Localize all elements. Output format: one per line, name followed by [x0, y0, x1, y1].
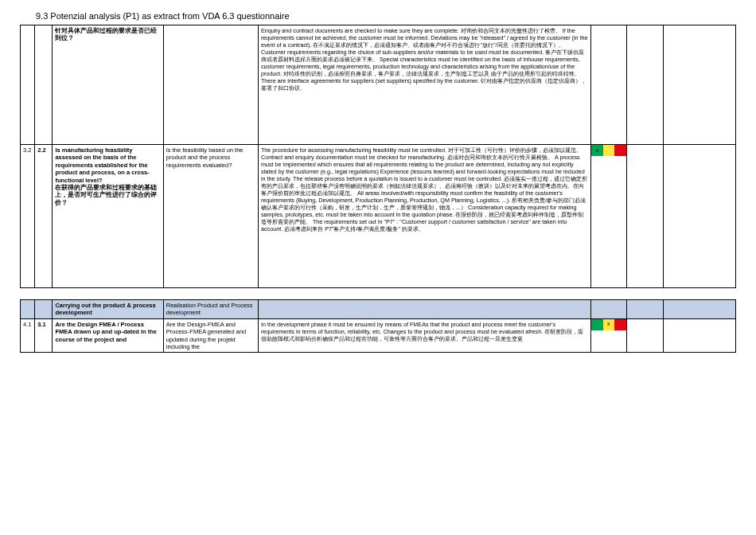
- row-subindex: 3.1: [35, 318, 53, 353]
- section-header-q: Carrying out the product & process devel…: [53, 300, 163, 319]
- page-title: 9.3 Potenzial analysis (P1) as extract f…: [36, 11, 736, 21]
- status-cell: x: [591, 318, 626, 353]
- status-green: [591, 319, 602, 330]
- question-cell: Are the Design FMEA / Process FMEA drawn…: [53, 318, 163, 353]
- table-row: 3.2 2.2 Is manufacturing feasibility ass…: [21, 145, 736, 288]
- status-green: x: [591, 145, 602, 156]
- table-row: 4.1 3.1 Are the Design FMEA / Process FM…: [21, 318, 736, 353]
- requirements-cell: The procedure for assessing manufacturin…: [258, 145, 590, 288]
- row-subindex: 2.2: [35, 145, 53, 288]
- status-cell: x: [591, 145, 626, 288]
- status-yellow: [603, 145, 614, 156]
- status-red: [614, 145, 625, 156]
- section-header-eval: Realisation Product and Process developm…: [163, 300, 258, 319]
- requirements-cell: In the development phase it must be ensu…: [258, 318, 590, 353]
- question-cell: 针对具体产品和过程的要求是否已经到位？: [53, 25, 163, 145]
- section-header-row: Carrying out the product & process devel…: [21, 300, 736, 319]
- eval-cell: Is the feasibility based on the product …: [163, 145, 258, 288]
- question-cell: Is manufacturing feasibility assessed on…: [53, 145, 163, 288]
- row-index: 3.2: [21, 145, 35, 288]
- table-row: 针对具体产品和过程的要求是否已经到位？ Enquiry and contract…: [21, 25, 736, 145]
- main-table: 针对具体产品和过程的要求是否已经到位？ Enquiry and contract…: [20, 25, 736, 288]
- status-yellow: x: [603, 319, 614, 330]
- second-table: Carrying out the product & process devel…: [20, 299, 736, 353]
- requirements-cell: Enquiry and contract documents are check…: [258, 25, 590, 145]
- row-index: 4.1: [21, 318, 35, 353]
- eval-cell: Are the Design-FMEA and Process-FMEA gen…: [163, 318, 258, 353]
- status-red: [614, 319, 625, 330]
